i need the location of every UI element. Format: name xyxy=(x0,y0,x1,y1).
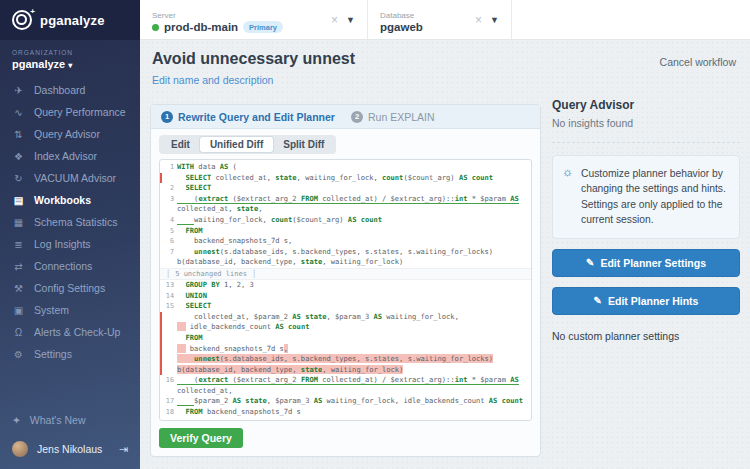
sidebar-item-config-settings[interactable]: ⚒Config Settings xyxy=(0,277,140,299)
code-text: unnest(s.database_ids, s.backend_types, … xyxy=(177,247,531,258)
system-icon: ▣ xyxy=(12,305,25,316)
code-text: (extract ($extract_arg_2 FROM collected_… xyxy=(177,375,531,386)
code-text: $param_2 AS state, $param_3 AS waiting_f… xyxy=(177,396,531,407)
server-primary-badge: Primary xyxy=(243,21,283,33)
planner-buttons: ✎Edit Planner Settings✎Edit Planner Hint… xyxy=(552,249,740,315)
logout-icon[interactable]: ⇥ xyxy=(119,443,128,456)
planner-button-label: Edit Planner Settings xyxy=(600,257,706,269)
step-number-badge: 1 xyxy=(161,111,173,123)
sidebar-item-alerts-check-up[interactable]: ΩAlerts & Check-Up xyxy=(0,321,140,343)
code-text: UNION xyxy=(177,291,531,302)
organization-switcher[interactable]: ORGANIZATION pganalyze ▾ xyxy=(0,40,140,77)
tab-unified-diff[interactable]: Unified Diff xyxy=(200,137,273,152)
sidebar-item-label: Workbooks xyxy=(34,194,91,206)
tab-split-diff[interactable]: Split Diff xyxy=(273,137,334,152)
code-line: b(database_id, backend_type, state, wait… xyxy=(160,365,531,376)
query-performance-icon: ∿ xyxy=(12,107,25,118)
sidebar-item-system[interactable]: ▣System xyxy=(0,299,140,321)
server-selector[interactable]: Server prod-db-main Primary × ▼ xyxy=(140,0,368,39)
line-number: 15 xyxy=(162,301,177,312)
edit-planner-settings-button[interactable]: ✎Edit Planner Settings xyxy=(552,249,740,277)
code-text: FROM xyxy=(177,333,531,344)
brand-name: pganalyze xyxy=(40,13,105,28)
sidebar-item-label: Dashboard xyxy=(34,84,85,96)
settings-icon: ⚙ xyxy=(12,349,25,360)
code-line: 15 SELECT xyxy=(160,301,531,312)
code-line: FROM xyxy=(160,333,531,344)
sidebar-item-log-insights[interactable]: ≣Log Insights xyxy=(0,233,140,255)
cancel-workflow-link[interactable]: Cancel workflow xyxy=(660,56,736,68)
server-label: Server xyxy=(152,11,283,20)
code-line: 2 SELECT xyxy=(160,183,531,194)
workflow-step-2[interactable]: 2Run EXPLAIN xyxy=(351,111,435,123)
collapsed-lines-indicator[interactable]: ┊5 unchanged lines┊ xyxy=(160,268,531,280)
edit-pencil-icon: ✎ xyxy=(586,257,594,268)
user-menu[interactable]: Jens Nikolaus ⇥ xyxy=(0,436,140,462)
logo-spark: + xyxy=(30,7,35,16)
sidebar-item-workbooks[interactable]: ▤Workbooks xyxy=(0,189,140,211)
line-number xyxy=(162,365,177,376)
code-text: WITH data AS ( xyxy=(177,162,531,173)
main-content: Avoid unnecessary unnest Edit name and d… xyxy=(140,40,750,469)
sidebar-item-query-performance[interactable]: ∿Query Performance xyxy=(0,101,140,123)
step-label: Rewrite Query and Edit Planner xyxy=(178,111,335,123)
line-number xyxy=(162,257,177,268)
sidebar-item-schema-statistics[interactable]: ▦Schema Statistics xyxy=(0,211,140,233)
database-name: pgaweb xyxy=(380,21,423,33)
organization-name: pganalyze xyxy=(12,58,65,70)
code-text: SELECT xyxy=(177,183,531,194)
sidebar-item-label: VACUUM Advisor xyxy=(34,172,116,184)
line-number: 13 xyxy=(162,280,177,291)
sidebar-item-index-advisor[interactable]: ❖Index Advisor xyxy=(0,145,140,167)
verify-query-button[interactable]: Verify Query xyxy=(159,428,243,448)
sidebar-nav: ✈Dashboard∿Query Performance⇅Query Advis… xyxy=(0,79,140,365)
whats-new-label: What's New xyxy=(30,414,86,426)
sidebar-item-whats-new[interactable]: ✦ What's New xyxy=(0,409,140,431)
database-clear-icon[interactable]: × xyxy=(475,13,482,27)
organization-label: ORGANIZATION xyxy=(12,49,128,56)
code-line: unnest(s.database_ids, s.backend_types, … xyxy=(160,354,531,365)
sidebar-item-label: System xyxy=(34,304,69,316)
sidebar-item-label: Connections xyxy=(34,260,92,272)
sidebar-item-query-advisor[interactable]: ⇅Query Advisor xyxy=(0,123,140,145)
edit-pencil-icon: ✎ xyxy=(594,295,602,306)
query-advisor-title: Query Advisor xyxy=(552,98,740,112)
code-line: collected_at, state, xyxy=(160,204,531,215)
edit-name-description-link[interactable]: Edit name and description xyxy=(152,74,273,86)
server-clear-icon[interactable]: × xyxy=(331,13,338,27)
sidebar-item-connections[interactable]: ⇄Connections xyxy=(0,255,140,277)
database-selector[interactable]: Database pgaweb × ▼ xyxy=(368,0,512,39)
sql-diff-editor[interactable]: 1WITH data AS ( SELECT collected_at, sta… xyxy=(159,159,532,421)
code-line: 4 waiting_for_lock, count($count_arg) AS… xyxy=(160,215,531,226)
line-number xyxy=(162,354,177,365)
code-line: 5 FROM xyxy=(160,226,531,237)
sidebar-item-vacuum-advisor[interactable]: ↻VACUUM Advisor xyxy=(0,167,140,189)
sidebar-item-label: Config Settings xyxy=(34,282,105,294)
lightbulb-icon: ☼ xyxy=(562,166,573,228)
server-name: prod-db-main xyxy=(164,21,238,33)
edit-planner-hints-button[interactable]: ✎Edit Planner Hints xyxy=(552,287,740,315)
workflow-step-1[interactable]: 1Rewrite Query and Edit Planner xyxy=(161,111,335,123)
tab-edit[interactable]: Edit xyxy=(161,137,200,152)
code-text: FROM backend_snapshots_7d s xyxy=(177,407,531,418)
planner-tip-box: ☼ Customize planner behavior by changing… xyxy=(552,155,740,239)
step-label: Run EXPLAIN xyxy=(368,111,435,123)
server-dropdown-icon[interactable]: ▼ xyxy=(346,15,355,25)
code-line: SELECT collected_at, state, waiting_for_… xyxy=(160,173,531,184)
line-number: 1 xyxy=(162,162,177,173)
code-line: collected_at, $param_2 AS state, $param_… xyxy=(160,312,531,323)
sidebar-item-dashboard[interactable]: ✈Dashboard xyxy=(0,79,140,101)
code-line: 3 (extract ($extract_arg_2 FROM collecte… xyxy=(160,194,531,205)
sidebar-item-label: Index Advisor xyxy=(34,150,97,162)
query-advisor-panel: Query Advisor No insights found ☼ Custom… xyxy=(552,98,740,342)
schema-statistics-icon: ▦ xyxy=(12,217,25,228)
sidebar-item-settings[interactable]: ⚙Settings xyxy=(0,343,140,365)
code-line: idle_backends_count AS count xyxy=(160,322,531,333)
line-number xyxy=(162,312,177,323)
code-text: SELECT xyxy=(177,301,531,312)
database-label: Database xyxy=(380,11,423,20)
code-line: 14 UNION xyxy=(160,291,531,302)
line-number: 17 xyxy=(162,396,177,407)
index-advisor-icon: ❖ xyxy=(12,151,25,162)
database-dropdown-icon[interactable]: ▼ xyxy=(490,15,499,25)
